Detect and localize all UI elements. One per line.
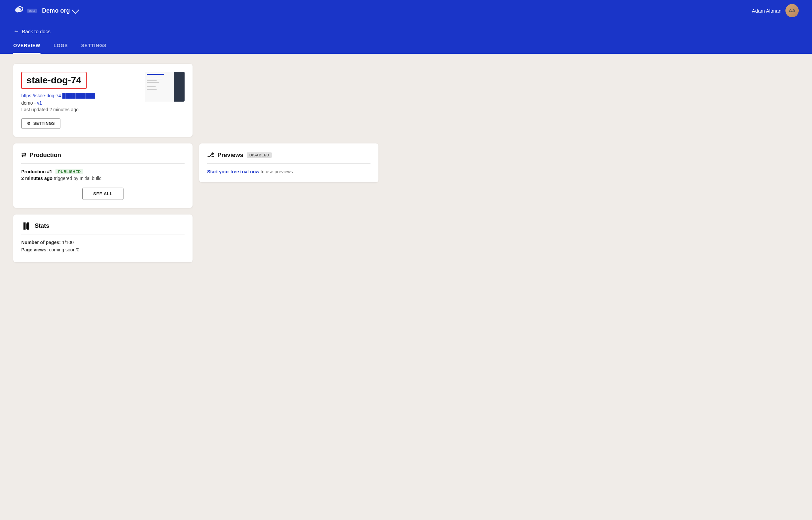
project-settings-button[interactable]: ⚙ SETTINGS — [21, 118, 60, 129]
production-time: 2 minutes ago — [21, 176, 52, 181]
blue-section: ← Back to docs OVERVIEW LOGS SETTINGS — [0, 21, 812, 54]
production-icon: ⇄ — [21, 151, 26, 159]
content-grid: stale-dog-74 https://stale-dog-74.██████… — [13, 64, 378, 262]
stats-title: Stats — [35, 223, 50, 230]
preview-line-1 — [147, 79, 162, 79]
see-all-button[interactable]: SEE ALL — [82, 188, 124, 200]
stats-pages-label: Number of pages: — [21, 240, 61, 245]
previews-title: Previews — [217, 152, 243, 159]
project-card: stale-dog-74 https://stale-dog-74.██████… — [13, 64, 193, 137]
stats-views-row: Page views: coming soon/0 — [21, 247, 185, 252]
project-branch: demo — [21, 100, 33, 106]
stats-views-label: Page views: — [21, 247, 48, 252]
user-name: Adam Altman — [752, 8, 782, 14]
published-badge: PUBLISHED — [55, 169, 83, 174]
stats-header: ▐|▌ Stats — [21, 223, 185, 234]
preview-line-2 — [147, 80, 157, 81]
org-name: Demo org — [42, 7, 70, 14]
previews-icon: ⎇ — [207, 151, 214, 159]
logo-beta-label: beta — [27, 9, 37, 13]
project-meta: demo - v1 — [21, 100, 138, 106]
project-card-inner: stale-dog-74 https://stale-dog-74.██████… — [21, 72, 185, 129]
tab-overview[interactable]: OVERVIEW — [13, 43, 40, 54]
project-name: stale-dog-74 — [21, 72, 87, 89]
stats-pages-row: Number of pages: 1/100 — [21, 240, 185, 245]
chevron-down-icon — [71, 6, 79, 14]
project-url[interactable]: https://stale-dog-74.██████████ — [21, 93, 138, 98]
see-all-container: SEE ALL — [21, 188, 185, 200]
previews-header: ⎇ Previews DISABLED — [207, 151, 371, 164]
back-to-docs-link[interactable]: ← Back to docs — [13, 28, 51, 35]
production-sub: 2 minutes ago triggered by Initial build — [21, 176, 185, 181]
avatar[interactable]: AA — [785, 4, 799, 17]
preview-line-6 — [147, 89, 157, 90]
back-label: Back to docs — [22, 29, 51, 34]
production-entry-title: Production #1 — [21, 169, 52, 174]
preview-line-5 — [147, 88, 162, 88]
tab-settings[interactable]: SETTINGS — [81, 43, 106, 54]
production-header: ⇄ Production — [21, 151, 185, 164]
tab-logs[interactable]: LOGS — [54, 43, 68, 54]
org-selector[interactable]: Demo org — [42, 7, 77, 14]
main-content: stale-dog-74 https://stale-dog-74.██████… — [0, 54, 812, 272]
disabled-badge: DISABLED — [247, 152, 272, 158]
tabs-bar: OVERVIEW LOGS SETTINGS — [13, 43, 799, 54]
stats-card: ▐|▌ Stats Number of pages: 1/100 Page vi… — [13, 214, 193, 262]
preview-line-3 — [147, 82, 159, 83]
production-entry: Production #1 PUBLISHED 2 minutes ago tr… — [21, 169, 185, 181]
project-updated: Last updated 2 minutes ago — [21, 107, 138, 112]
header: beta Demo org Adam Altman AA — [0, 0, 812, 21]
previews-cta: Start your free trial now to use preview… — [207, 169, 371, 174]
project-info: stale-dog-74 https://stale-dog-74.██████… — [21, 72, 138, 129]
back-arrow-icon: ← — [13, 28, 19, 35]
free-trial-link[interactable]: Start your free trial now — [207, 169, 259, 174]
header-right: Adam Altman AA — [752, 4, 799, 17]
production-title: Production — [30, 152, 61, 159]
preview-line-4 — [147, 86, 156, 87]
stats-icon: ▐|▌ — [21, 223, 31, 230]
preview-line-title — [147, 74, 164, 75]
gear-icon: ⚙ — [27, 121, 31, 126]
logo-icon — [13, 5, 25, 17]
header-left: beta Demo org — [13, 5, 77, 17]
preview-doc — [145, 72, 174, 102]
previews-card: ⎇ Previews DISABLED Start your free tria… — [199, 144, 378, 182]
logo-area[interactable]: beta — [13, 5, 37, 17]
preview-dark-panel — [174, 72, 185, 102]
project-preview-thumbnail — [145, 72, 185, 102]
previews-cta-suffix: to use previews. — [259, 169, 294, 174]
project-version[interactable]: v1 — [37, 100, 42, 106]
production-card: ⇄ Production Production #1 PUBLISHED 2 m… — [13, 144, 193, 208]
production-title-row: Production #1 PUBLISHED — [21, 169, 185, 174]
settings-btn-label: SETTINGS — [33, 121, 55, 126]
